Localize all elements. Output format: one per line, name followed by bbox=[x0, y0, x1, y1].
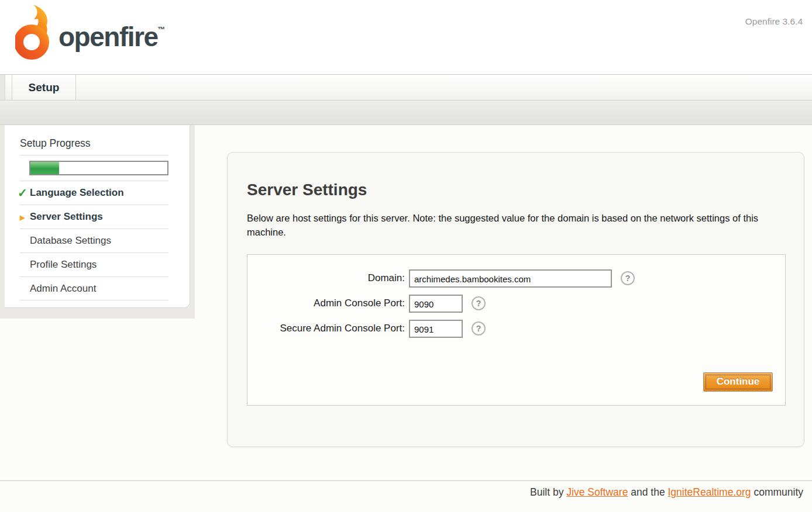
domain-label: Domain: bbox=[247, 272, 409, 284]
openfire-flame-logo-icon bbox=[15, 4, 54, 67]
secure-admin-console-port-label: Secure Admin Console Port: bbox=[247, 323, 409, 334]
step-label: Server Settings bbox=[30, 211, 103, 223]
setup-progress-sidebar: Setup Progress ✓ Language Selection ▶ Se… bbox=[5, 125, 190, 308]
page-title: Server Settings bbox=[247, 181, 804, 199]
secure-admin-console-port-input[interactable] bbox=[409, 320, 463, 338]
footer-suffix: community bbox=[751, 486, 803, 498]
help-icon[interactable]: ? bbox=[472, 296, 486, 310]
footer-credits: Built by Jive Software and the IgniteRea… bbox=[530, 486, 803, 499]
step-server-settings: ▶ Server Settings bbox=[20, 205, 168, 229]
step-language-selection: ✓ Language Selection bbox=[20, 181, 168, 205]
sub-navigation-strip bbox=[0, 101, 812, 125]
tab-bar-left-edge bbox=[0, 75, 5, 100]
progress-fill bbox=[30, 162, 59, 174]
tab-bar: Setup bbox=[0, 74, 812, 101]
setup-progress-title: Setup Progress bbox=[20, 137, 168, 155]
igniterealtime-link[interactable]: IgniteRealtime.org bbox=[668, 486, 751, 498]
admin-console-port-label: Admin Console Port: bbox=[247, 297, 409, 309]
step-label: Admin Account bbox=[30, 283, 96, 295]
check-icon: ✓ bbox=[18, 186, 27, 200]
step-label: Profile Settings bbox=[30, 259, 97, 271]
admin-console-port-input[interactable] bbox=[409, 295, 463, 313]
brand-wordmark: openfire™ bbox=[59, 21, 165, 53]
form-row-domain: Domain: ? bbox=[247, 269, 785, 288]
page-description: Below are host settings for this server.… bbox=[247, 212, 765, 240]
tab-setup[interactable]: Setup bbox=[12, 75, 76, 100]
jive-software-link[interactable]: Jive Software bbox=[566, 486, 628, 498]
step-label: Language Selection bbox=[30, 187, 124, 199]
progress-bar bbox=[29, 161, 168, 175]
main-content-panel: Server Settings Below are host settings … bbox=[227, 152, 804, 447]
setup-steps-list: ✓ Language Selection ▶ Server Settings D… bbox=[20, 181, 168, 300]
step-profile-settings: Profile Settings bbox=[20, 252, 168, 276]
step-admin-account: Admin Account bbox=[20, 276, 168, 300]
form-row-secure-admin-port: Secure Admin Console Port: ? bbox=[247, 320, 785, 338]
step-label: Database Settings bbox=[30, 235, 111, 247]
help-icon[interactable]: ? bbox=[621, 271, 635, 285]
footer-prefix: Built by bbox=[530, 486, 566, 498]
footer-divider bbox=[0, 480, 812, 481]
continue-button[interactable]: Continue bbox=[703, 372, 773, 392]
server-settings-form: Domain: ? Admin Console Port: ? Secure A… bbox=[247, 254, 786, 406]
form-row-admin-port: Admin Console Port: ? bbox=[247, 295, 785, 313]
step-database-settings: Database Settings bbox=[20, 229, 168, 252]
arrow-right-icon: ▶ bbox=[20, 214, 25, 222]
domain-input[interactable] bbox=[409, 269, 612, 288]
header: openfire™ Openfire 3.6.4 bbox=[0, 0, 812, 74]
footer-middle: and the bbox=[628, 486, 668, 498]
help-icon[interactable]: ? bbox=[472, 321, 486, 335]
trademark: ™ bbox=[157, 25, 165, 34]
version-label: Openfire 3.6.4 bbox=[745, 16, 803, 27]
